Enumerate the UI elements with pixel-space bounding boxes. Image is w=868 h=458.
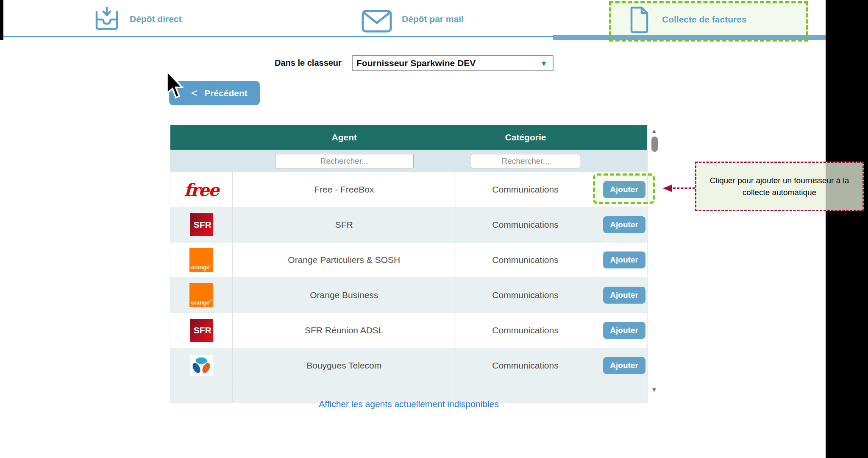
agent-category: Communications <box>492 360 558 371</box>
scrollbar-up-icon[interactable]: ▲ <box>651 127 657 134</box>
agent-name: Bouygues Telecom <box>306 360 381 371</box>
agent-name: Orange Particuliers & SOSH <box>288 255 400 265</box>
scrollbar-down-icon[interactable]: ▼ <box>651 386 657 393</box>
dropdown-arrow-icon: ▼ <box>540 59 548 68</box>
inbox-icon <box>93 6 120 31</box>
agent-category: Communications <box>492 290 558 300</box>
table-search-row <box>170 150 647 172</box>
add-button-highlight-box <box>593 173 655 204</box>
left-black-strip <box>0 0 3 40</box>
agent-name: SFR Réunion ADSL <box>305 325 384 335</box>
annotation-text: Cliquer pour ajouter un fournisseur à la… <box>701 175 857 198</box>
tab-depot-par-mail[interactable]: Dépôt par mail <box>402 14 464 24</box>
table-row: Bouygues Telecom Communications Ajouter <box>170 348 647 383</box>
annotation-arrow-head <box>663 184 672 192</box>
agent-name: Free - FreeBox <box>314 184 374 195</box>
agent-name: SFR <box>335 220 353 230</box>
table-row: free Free - FreeBox Communications Ajout… <box>170 172 647 207</box>
previous-button-label: Précédent <box>204 88 248 98</box>
document-icon <box>627 6 651 34</box>
header-logo-column <box>170 125 233 150</box>
agent-search-input[interactable] <box>275 154 414 168</box>
page: Dépôt direct Dépôt par mail Collecte de … <box>0 0 868 458</box>
annotation-arrow-line <box>673 187 695 189</box>
show-unavailable-agents-link[interactable]: Afficher les agents actuellement indispo… <box>170 399 648 409</box>
table-row: SFR SFR Réunion ADSL Communications Ajou… <box>170 313 647 348</box>
category-search-input[interactable] <box>471 154 580 168</box>
header-category: Catégorie <box>456 125 595 150</box>
tab-collecte-de-factures[interactable]: Collecte de factures <box>662 14 747 25</box>
agents-table: Agent Catégorie free Free - FreeBox Comm… <box>170 125 648 402</box>
classeur-selected-value: Fournisseur Sparkwine DEV <box>356 58 476 68</box>
classeur-label: Dans le classeur <box>275 58 342 68</box>
agent-category: Communications <box>492 184 558 195</box>
agent-category: Communications <box>492 325 558 335</box>
bouygues-logo <box>190 355 213 376</box>
right-black-strip <box>826 0 868 458</box>
add-agent-button[interactable]: Ajouter <box>603 287 645 304</box>
classeur-select[interactable]: Fournisseur Sparkwine DEV ▼ <box>352 55 554 71</box>
annotation-callout: Cliquer pour ajouter un fournisseur à la… <box>695 162 864 211</box>
orange-logo: orange™ <box>189 248 213 272</box>
sfr-logo: SFR <box>190 319 213 342</box>
header-agent: Agent <box>233 125 456 150</box>
scrollbar-thumb[interactable] <box>651 137 658 152</box>
add-agent-button[interactable]: Ajouter <box>603 251 645 268</box>
agent-category: Communications <box>492 255 558 265</box>
add-agent-button[interactable]: Ajouter <box>603 322 645 339</box>
orange-logo: orange™ <box>189 283 213 307</box>
header-action-column <box>595 125 647 150</box>
table-row: orange™ Orange Particuliers & SOSH Commu… <box>170 243 647 278</box>
chevron-left-icon: < <box>191 87 198 100</box>
mouse-cursor <box>166 70 186 101</box>
agent-category: Communications <box>492 220 558 230</box>
envelope-icon <box>361 9 392 33</box>
sfr-logo: SFR <box>190 213 213 236</box>
add-agent-button[interactable]: Ajouter <box>603 216 645 233</box>
table-row: orange™ Orange Business Communications A… <box>170 278 647 313</box>
add-agent-button[interactable]: Ajouter <box>603 357 645 374</box>
tab-depot-direct[interactable]: Dépôt direct <box>130 14 182 24</box>
free-logo: free <box>184 180 218 200</box>
table-row: SFR SFR Communications Ajouter <box>170 207 647 243</box>
table-header: Agent Catégorie <box>170 125 647 150</box>
table-body: free Free - FreeBox Communications Ajout… <box>170 172 647 383</box>
agent-name: Orange Business <box>310 290 378 300</box>
